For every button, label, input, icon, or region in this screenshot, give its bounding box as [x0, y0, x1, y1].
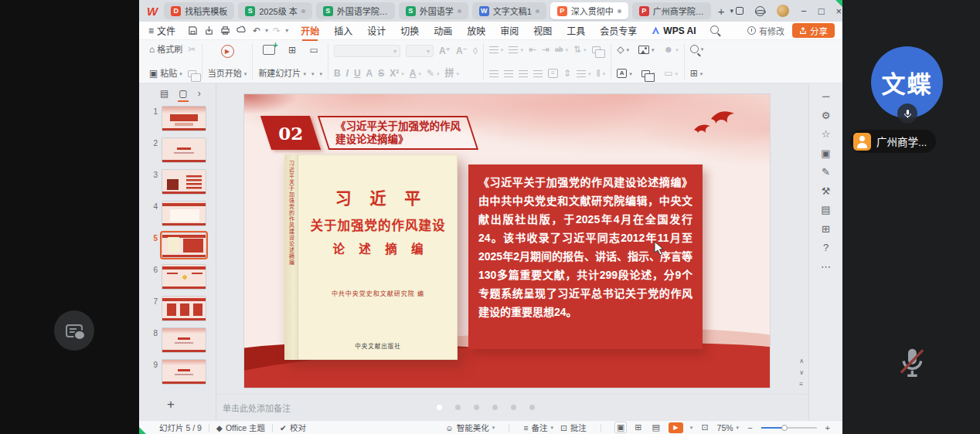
bold-button[interactable]: B: [334, 69, 341, 78]
notes-toggle-button[interactable]: ≡备注▾: [523, 422, 553, 433]
increase-font-button[interactable]: A⁺: [439, 46, 451, 56]
minimize-button[interactable]: −: [801, 6, 807, 16]
font-size-select[interactable]: ▾: [406, 45, 434, 57]
tab-sheet-2[interactable]: S 外国语学院202: [316, 2, 395, 19]
outline-view-icon[interactable]: ▤: [160, 89, 168, 98]
slide-preview[interactable]: [162, 359, 206, 385]
pagination-dot[interactable]: [455, 405, 461, 410]
menu-design[interactable]: 设计: [367, 24, 386, 37]
zoom-level[interactable]: 75%▾: [717, 423, 740, 432]
zoom-slider-knob[interactable]: [781, 425, 788, 431]
pagination-dot[interactable]: [511, 405, 516, 410]
meeting-toolbar-button[interactable]: [54, 310, 94, 351]
wps-ai-button[interactable]: WPS AI: [652, 25, 696, 36]
slide-preview[interactable]: [162, 264, 206, 290]
menu-view[interactable]: 视图: [533, 24, 552, 37]
slide-body-textbox[interactable]: 《习近平关于加强党的作风建设论述摘编》由中共中央党史和文献研究院编辑，中央文献出…: [468, 164, 703, 349]
account-avatar[interactable]: [777, 5, 789, 17]
effects-star-icon[interactable]: ☆: [822, 129, 831, 139]
highlight-button[interactable]: ✎▾: [427, 69, 440, 78]
split-window-icon[interactable]: [736, 7, 744, 15]
menu-slideshow[interactable]: 放映: [467, 24, 485, 37]
slide-view-icon[interactable]: ▢: [179, 89, 187, 98]
slide-thumbnail-3[interactable]: 3: [139, 169, 216, 201]
collapse-rail-icon[interactable]: ─: [822, 91, 829, 101]
zoom-slider[interactable]: [761, 427, 817, 429]
layout-caret[interactable]: ▾: [311, 71, 315, 76]
slide-canvas[interactable]: 02 《习近平关于加强党的作风 建设论述摘编》 习近平关于加强党的作风建设论述摘…: [244, 94, 770, 388]
undo-button[interactable]: ↶: [253, 25, 260, 36]
slide-preview[interactable]: [162, 106, 206, 131]
previous-slide-button[interactable]: ∧: [799, 358, 804, 364]
align-center-button[interactable]: [504, 70, 513, 77]
slide-preview[interactable]: [162, 296, 206, 321]
pagination-dot[interactable]: [492, 405, 498, 410]
font-family-select[interactable]: ▾: [334, 45, 400, 57]
maximize-button[interactable]: □: [818, 6, 825, 16]
slide-preview[interactable]: [162, 137, 206, 163]
slide-thumbnail-8[interactable]: 8: [139, 327, 216, 359]
bullet-list-button[interactable]: ▾: [489, 46, 504, 53]
switch-pages-icon[interactable]: ▣: [821, 148, 830, 158]
reference-book-icon[interactable]: ▤: [821, 205, 830, 215]
tab-sheet-3[interactable]: S 外国语学: [399, 2, 468, 19]
copy-button[interactable]: [188, 70, 196, 77]
font-color-button[interactable]: A▾: [410, 69, 421, 78]
reading-view-button[interactable]: ▤: [650, 422, 661, 432]
export-button[interactable]: [204, 25, 214, 36]
slide-preview[interactable]: [162, 201, 206, 226]
justify-button[interactable]: [533, 70, 543, 77]
slide-preview[interactable]: [162, 232, 206, 258]
notes-placeholder[interactable]: 单击此处添加备注: [223, 402, 291, 414]
play-from-current-button[interactable]: ▶ 当页开始▾: [208, 45, 247, 78]
paragraph-spacing-button[interactable]: ▾: [577, 70, 591, 77]
columns-button[interactable]: ⦀▾: [596, 69, 605, 78]
design-pen-icon[interactable]: ✎: [822, 167, 830, 177]
find-button[interactable]: ▾: [690, 45, 704, 53]
line-spacing-button[interactable]: ⇕: [563, 69, 571, 78]
slide-thumbnail-5-selected[interactable]: 5: [139, 232, 216, 264]
menu-insert[interactable]: 插入: [334, 24, 352, 37]
modified-status[interactable]: 有修改: [747, 25, 784, 37]
pagination-dot[interactable]: [474, 405, 479, 410]
cut-button[interactable]: ✂: [188, 45, 196, 54]
quickbar-caret[interactable]: ▾: [285, 27, 288, 34]
zoom-out-button[interactable]: −: [746, 423, 754, 432]
resource-library-icon[interactable]: ⊞: [822, 224, 830, 234]
undo-caret[interactable]: ▾: [265, 27, 268, 34]
slide-sorter-view-button[interactable]: ⊞: [633, 422, 643, 432]
normal-view-button[interactable]: ▣: [615, 422, 626, 432]
slide-thumbnail-1[interactable]: 1: [139, 106, 216, 137]
collapse-panel-icon[interactable]: ›: [198, 89, 201, 98]
insert-textbox-button[interactable]: A▾: [617, 69, 632, 78]
section-caret[interactable]: ▾: [319, 71, 322, 76]
tab-docer[interactable]: D 找稻壳模板: [164, 2, 234, 19]
muted-microphone-icon[interactable]: [890, 340, 934, 386]
object-properties-icon[interactable]: ⚙: [822, 110, 831, 120]
slideshow-caret[interactable]: ▾: [690, 425, 693, 431]
splitter-handle[interactable]: ≡: [799, 381, 804, 388]
text-to-diagram-button[interactable]: [592, 46, 601, 53]
zoom-in-button[interactable]: +: [824, 423, 832, 432]
slide-thumbnail-6[interactable]: 6: [139, 264, 216, 296]
proofing-button[interactable]: ✔校对: [280, 422, 306, 433]
arrange-button[interactable]: ▾: [641, 70, 655, 77]
menu-review[interactable]: 审阅: [500, 24, 519, 37]
smart-beautify-button[interactable]: ☺智能美化▾: [445, 422, 495, 433]
insert-shape-button[interactable]: ◇▾: [617, 45, 629, 54]
italic-button[interactable]: I: [346, 69, 349, 78]
tab-presentation-active[interactable]: P 深入贯彻中: [550, 2, 628, 19]
participant-pill[interactable]: 广州商学...: [850, 130, 936, 153]
merge-shapes-button[interactable]: ▭▾: [664, 69, 678, 78]
insert-portrait-button[interactable]: ☻▾: [664, 45, 679, 54]
decrease-indent-button[interactable]: ⇤: [529, 45, 536, 54]
theme-button[interactable]: ◆Office 主题: [216, 422, 265, 433]
comments-button[interactable]: ⊡批注: [560, 422, 587, 433]
menu-transition[interactable]: 切换: [400, 24, 419, 37]
char-border-button[interactable]: A: [366, 69, 373, 78]
tools-icon[interactable]: ⚒: [822, 186, 831, 196]
tab-sheet-1[interactable]: S 2025级 本: [238, 2, 312, 19]
tab-writer[interactable]: W 文字文稿1: [472, 2, 546, 19]
cloud-share-button[interactable]: [236, 25, 247, 36]
next-slide-button[interactable]: ∨: [799, 370, 804, 376]
